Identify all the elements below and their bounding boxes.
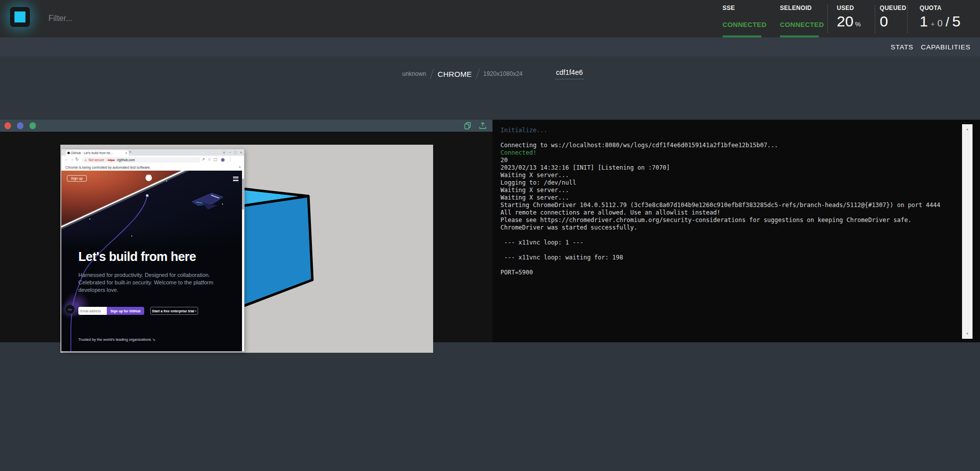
page-scrollbar-thumb[interactable] (242, 179, 244, 210)
remote-chrome-window: GitHub · Let's build from he... × + ∨ − … (61, 149, 244, 351)
url-text: ://github.com (116, 158, 135, 162)
filter-input[interactable] (47, 9, 209, 28)
used-label: USED (837, 4, 861, 11)
page-scrollbar[interactable] (242, 171, 244, 351)
automation-infobar: Chrome is being controlled by automated … (61, 164, 244, 171)
nav-bar: STATS CAPABILITIES (0, 37, 980, 56)
chrome-menu-down-icon[interactable]: ∨ (223, 151, 225, 155)
infobar-text: Chrome is being controlled by automated … (65, 166, 151, 169)
log-line: Waiting X server... (500, 187, 950, 194)
log-line: All remote connections are allowed. Use … (500, 209, 950, 217)
code-icon: <> (65, 304, 75, 314)
log-line: Starting ChromeDriver 104.0.5112.79 (3cf… (500, 202, 950, 209)
sse-label: SSE (723, 4, 766, 11)
upload-icon[interactable] (479, 122, 487, 132)
chrome-tabstrip: GitHub · Let's build from he... × + ∨ − … (61, 149, 244, 156)
log-scrollbar[interactable]: ▲ ▼ (962, 124, 973, 339)
infobar-close-icon[interactable]: × (239, 165, 241, 169)
new-tab-button[interactable]: + (129, 150, 131, 155)
log-line: PORT=5900 (500, 269, 950, 276)
chrome-close-icon[interactable]: × (240, 151, 242, 154)
github-page: Sign up Let's build from here (61, 171, 244, 351)
github-favicon (67, 152, 70, 154)
scroll-down-icon[interactable]: ▼ (962, 330, 973, 338)
log-line: Waiting X server... (500, 172, 950, 179)
forward-icon[interactable]: → (70, 157, 74, 162)
selenoid-status: SELENOID CONNECTED (780, 0, 824, 37)
email-field[interactable] (78, 307, 107, 315)
quota-pending: 0 (937, 18, 943, 29)
reload-icon[interactable]: ↻ (75, 157, 79, 162)
log-line: ChromeDriver was started successfully. (500, 224, 950, 232)
quota-slash: / (946, 14, 949, 30)
stat-separator (875, 5, 875, 33)
address-divider (106, 158, 106, 162)
log-line: Initialize... (500, 127, 950, 134)
slash-separator (430, 68, 434, 79)
log-line: Logging to: /dev/null (500, 179, 950, 187)
share-icon[interactable]: ↗ (202, 157, 205, 162)
chrome-maximize-icon[interactable]: □ (235, 151, 237, 154)
session-browser: CHROME (438, 70, 472, 78)
tab-stats[interactable]: STATS (891, 43, 914, 51)
quota-plus: + (931, 19, 935, 28)
trusted-caption: Trusted by the world's leading organizat… (78, 337, 155, 342)
tab-close-icon[interactable]: × (125, 151, 127, 155)
slash-separator (476, 68, 480, 79)
chrome-toolbar: ← → ↻ ⚠ Not secure https ://github.com ↗… (61, 156, 244, 164)
enterprise-trial-button[interactable]: Start a free enterprise trial › (150, 307, 198, 315)
scroll-up-icon[interactable]: ▲ (962, 125, 973, 133)
chrome-minimize-icon[interactable]: − (229, 151, 231, 154)
chrome-window-controls: ∨ − □ × (223, 149, 242, 156)
used-status: USED 20 % (837, 0, 861, 37)
log-line (500, 261, 950, 269)
selenoid-logo[interactable] (10, 7, 30, 27)
session-resolution: 1920x1080x24 (484, 70, 523, 77)
session-owner: unknown (402, 70, 426, 77)
spaceship-illustration (192, 192, 225, 213)
copy-icon[interactable] (464, 122, 472, 132)
https-struck-label: https (108, 158, 115, 162)
log-lines: Initialize... Connecting to ws://localho… (500, 127, 950, 276)
back-icon[interactable]: ← (64, 157, 68, 162)
session-log-panel: Initialize... Connecting to ws://localho… (492, 120, 980, 342)
log-line: --- x11vnc loop: 1 --- (500, 239, 950, 246)
hamburger-menu-icon[interactable] (233, 177, 239, 182)
used-value: 20 (837, 13, 853, 30)
star-dot (166, 181, 167, 182)
vnc-panel: GitHub · Let's build from he... × + ∨ − … (0, 120, 492, 342)
quota-total: 5 (952, 13, 961, 30)
session-row: unknown CHROME 1920x1080x24 cdf1f4e6 (402, 66, 584, 82)
top-header-bar: SSE CONNECTED SELENOID CONNECTED USED 20… (0, 0, 980, 37)
log-line (500, 232, 950, 239)
vnc-remote-screen[interactable]: GitHub · Let's build from he... × + ∨ − … (60, 145, 433, 353)
tab-capabilities[interactable]: CAPABILITIES (921, 43, 971, 51)
window-maximize-button[interactable] (29, 122, 36, 129)
side-panel-icon[interactable]: ▢ (214, 157, 218, 162)
profile-avatar[interactable] (221, 158, 225, 162)
log-line: --- x11vnc loop: waiting for: 198 (500, 254, 950, 261)
chrome-tab[interactable]: GitHub · Let's build from he... × (66, 150, 129, 156)
signup-for-github-button[interactable]: Sign up for GitHub (107, 307, 144, 315)
session-id-link[interactable]: cdf1f4e6 (554, 68, 584, 79)
tab-title: GitHub · Let's build from he... (71, 151, 124, 155)
vnc-body: GitHub · Let's build from he... × + ∨ − … (0, 132, 492, 342)
log-line: Waiting X server... (500, 194, 950, 202)
queued-value: 0 (880, 13, 888, 30)
not-secure-label: Not secure (88, 158, 104, 162)
github-signup-button[interactable]: Sign up (67, 175, 87, 182)
window-close-button[interactable] (4, 122, 11, 129)
log-line: Connected! (500, 149, 950, 157)
vnc-titlebar (0, 120, 492, 132)
warning-icon: ⚠ (84, 158, 87, 162)
window-minimize-button[interactable] (17, 122, 23, 129)
log-line: Connecting to ws://localhost:8080/ws/log… (500, 142, 950, 149)
star-icon[interactable]: ☆ (208, 157, 211, 162)
stat-separator (827, 5, 828, 33)
stat-separator (907, 5, 908, 33)
more-menu-icon[interactable]: ⋮ (228, 157, 232, 162)
address-bar[interactable]: ⚠ Not secure https ://github.com (82, 157, 201, 163)
log-line: Please see https://chromedriver.chromium… (500, 217, 950, 224)
sse-status: SSE CONNECTED (723, 0, 766, 37)
log-line: 20 (500, 157, 950, 164)
